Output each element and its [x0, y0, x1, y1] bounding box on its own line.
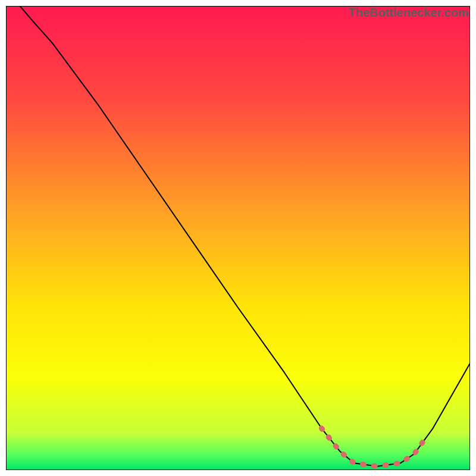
chart-area: TheBottlenecker.com: [6, 6, 470, 470]
watermark-text: TheBottlenecker.com: [349, 6, 469, 20]
optimal-zone-marker: [321, 428, 426, 466]
chart-overlay: [6, 6, 470, 470]
plot-border: [6, 6, 470, 470]
bottleneck-curve: [20, 6, 470, 466]
